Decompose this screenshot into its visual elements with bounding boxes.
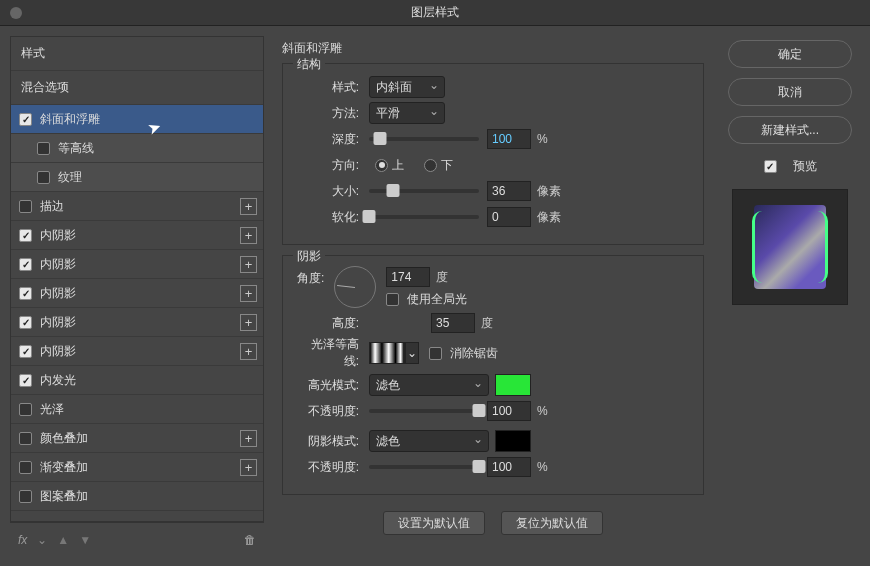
settings-panel: 斜面和浮雕 结构 样式: 内斜面 方法: 平滑 深度: % xyxy=(282,36,704,556)
sidebar-item-label: 内发光 xyxy=(40,372,76,389)
effect-checkbox[interactable] xyxy=(19,374,32,387)
preview-checkbox[interactable] xyxy=(764,160,777,173)
shadow-color-swatch[interactable] xyxy=(495,430,531,452)
shadow-opacity-slider[interactable] xyxy=(369,465,479,469)
sidebar-item[interactable]: 内阴影+ xyxy=(11,308,263,337)
add-effect-icon[interactable]: + xyxy=(240,198,257,215)
effect-checkbox[interactable] xyxy=(19,345,32,358)
sidebar-item[interactable]: 描边+ xyxy=(11,192,263,221)
shadow-opacity-input[interactable] xyxy=(487,457,531,477)
sidebar-item[interactable]: 内阴影+ xyxy=(11,279,263,308)
add-effect-icon[interactable]: + xyxy=(240,227,257,244)
depth-input[interactable] xyxy=(487,129,531,149)
depth-label: 深度: xyxy=(297,131,369,148)
effect-checkbox[interactable] xyxy=(19,403,32,416)
technique-select[interactable]: 平滑 xyxy=(369,102,445,124)
sidebar-item[interactable]: 颜色叠加+ xyxy=(11,424,263,453)
effect-checkbox[interactable] xyxy=(19,432,32,445)
angle-label: 角度: xyxy=(297,266,324,287)
shading-legend: 阴影 xyxy=(293,248,325,265)
shadow-opacity-unit: % xyxy=(537,460,548,474)
global-light-label: 使用全局光 xyxy=(407,291,467,308)
altitude-input[interactable] xyxy=(431,313,475,333)
soften-input[interactable] xyxy=(487,207,531,227)
effect-checkbox[interactable] xyxy=(19,113,32,126)
style-select[interactable]: 内斜面 xyxy=(369,76,445,98)
sidebar-item[interactable]: 内阴影+ xyxy=(11,250,263,279)
effect-checkbox[interactable] xyxy=(19,316,32,329)
sidebar-item[interactable]: 内阴影+ xyxy=(11,221,263,250)
effect-checkbox[interactable] xyxy=(19,461,32,474)
cancel-button[interactable]: 取消 xyxy=(728,78,852,106)
add-effect-icon[interactable]: + xyxy=(240,256,257,273)
trash-icon[interactable]: 🗑 xyxy=(244,533,256,547)
preview-label: 预览 xyxy=(793,158,817,175)
sidebar-item[interactable]: 斜面和浮雕 xyxy=(11,105,263,134)
direction-up-label: 上 xyxy=(392,157,404,174)
direction-down-radio[interactable] xyxy=(424,159,437,172)
structure-group: 结构 样式: 内斜面 方法: 平滑 深度: % 方向: xyxy=(282,63,704,245)
global-light-checkbox[interactable] xyxy=(386,293,399,306)
new-style-button[interactable]: 新建样式... xyxy=(728,116,852,144)
arrow-down-icon[interactable]: ▼ xyxy=(79,533,91,547)
structure-legend: 结构 xyxy=(293,56,325,73)
sidebar-item-label: 渐变叠加 xyxy=(40,459,88,476)
sidebar-item[interactable]: 光泽 xyxy=(11,395,263,424)
direction-up-radio[interactable] xyxy=(375,159,388,172)
size-label: 大小: xyxy=(297,183,369,200)
ok-button[interactable]: 确定 xyxy=(728,40,852,68)
effect-checkbox[interactable] xyxy=(19,200,32,213)
altitude-label: 高度: xyxy=(297,315,369,332)
sidebar-header-styles[interactable]: 样式 xyxy=(11,37,263,71)
effect-checkbox[interactable] xyxy=(37,171,50,184)
sidebar-item[interactable]: 图案叠加 xyxy=(11,482,263,511)
sidebar-item-label: 等高线 xyxy=(58,140,94,157)
sidebar-item-label: 斜面和浮雕 xyxy=(40,111,100,128)
sidebar-item[interactable]: 内阴影+ xyxy=(11,337,263,366)
reset-default-button[interactable]: 复位为默认值 xyxy=(501,511,603,535)
shadow-mode-select[interactable]: 滤色 xyxy=(369,430,489,452)
contour-dropdown-icon[interactable]: ⌄ xyxy=(405,342,419,364)
highlight-opacity-slider[interactable] xyxy=(369,409,479,413)
soften-label: 软化: xyxy=(297,209,369,226)
sidebar-item[interactable]: 渐变叠加+ xyxy=(11,453,263,482)
gloss-contour-picker[interactable] xyxy=(369,342,405,364)
altitude-unit: 度 xyxy=(481,315,493,332)
add-effect-icon[interactable]: + xyxy=(240,314,257,331)
highlight-color-swatch[interactable] xyxy=(495,374,531,396)
sidebar-item-label: 描边 xyxy=(40,198,64,215)
sidebar-header-blend[interactable]: 混合选项 xyxy=(11,71,263,105)
soften-slider[interactable] xyxy=(369,215,479,219)
highlight-opacity-input[interactable] xyxy=(487,401,531,421)
highlight-mode-label: 高光模式: xyxy=(297,377,369,394)
sidebar-item[interactable]: 内发光 xyxy=(11,366,263,395)
close-icon[interactable] xyxy=(10,7,22,19)
effect-checkbox[interactable] xyxy=(19,229,32,242)
effect-checkbox[interactable] xyxy=(19,287,32,300)
add-effect-icon[interactable]: + xyxy=(240,459,257,476)
angle-input[interactable] xyxy=(386,267,430,287)
make-default-button[interactable]: 设置为默认值 xyxy=(383,511,485,535)
size-unit: 像素 xyxy=(537,183,561,200)
size-slider[interactable] xyxy=(369,189,479,193)
depth-unit: % xyxy=(537,132,548,146)
effect-checkbox[interactable] xyxy=(37,142,50,155)
chevron-down-icon[interactable]: ⌄ xyxy=(37,533,47,547)
angle-dial[interactable] xyxy=(334,266,376,308)
fx-icon[interactable]: fx xyxy=(18,533,27,547)
sidebar-item[interactable]: 等高线 xyxy=(11,134,263,163)
depth-slider[interactable] xyxy=(369,137,479,141)
soften-unit: 像素 xyxy=(537,209,561,226)
highlight-opacity-label: 不透明度: xyxy=(297,403,369,420)
add-effect-icon[interactable]: + xyxy=(240,343,257,360)
add-effect-icon[interactable]: + xyxy=(240,430,257,447)
size-input[interactable] xyxy=(487,181,531,201)
highlight-mode-select[interactable]: 滤色 xyxy=(369,374,489,396)
technique-label: 方法: xyxy=(297,105,369,122)
arrow-up-icon[interactable]: ▲ xyxy=(57,533,69,547)
effect-checkbox[interactable] xyxy=(19,258,32,271)
add-effect-icon[interactable]: + xyxy=(240,285,257,302)
sidebar-item[interactable]: 纹理 xyxy=(11,163,263,192)
effect-checkbox[interactable] xyxy=(19,490,32,503)
antialias-checkbox[interactable] xyxy=(429,347,442,360)
